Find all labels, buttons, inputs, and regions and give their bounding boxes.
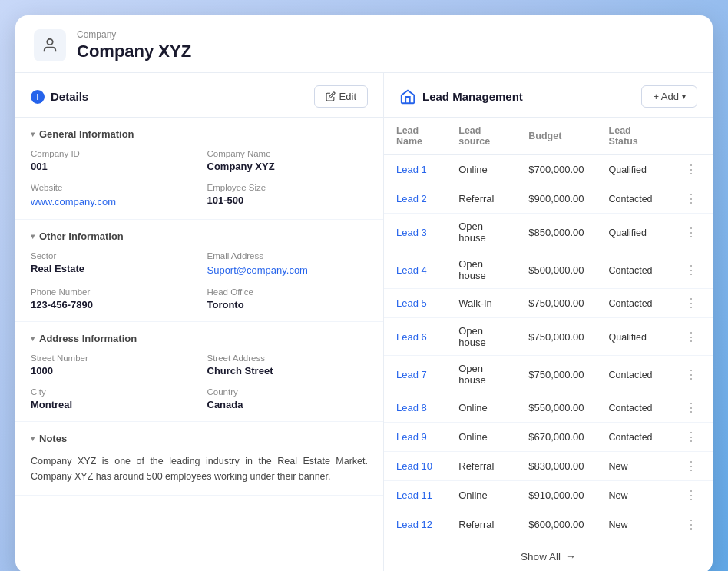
- lead-link[interactable]: Lead 8: [396, 402, 427, 413]
- notes-text: Company XYZ is one of the leading indust…: [31, 453, 368, 484]
- table-row: Lead 1 Online $700,000.00 Qualified ⋮: [384, 155, 713, 184]
- lead-budget-cell: $670,000.00: [516, 423, 596, 452]
- more-options-icon[interactable]: ⋮: [682, 516, 700, 533]
- more-options-icon[interactable]: ⋮: [682, 329, 700, 345]
- main-card: Company Company XYZ i Details Edit: [15, 15, 713, 571]
- notes-toggle[interactable]: ▾ Notes: [31, 433, 368, 444]
- lead-status-cell: Qualified: [597, 318, 670, 356]
- lead-link[interactable]: Lead 6: [396, 331, 427, 343]
- lead-budget-cell: $850,000.00: [516, 214, 596, 251]
- lead-status-cell: New: [597, 452, 670, 481]
- table-row: Lead 6 Open house $750,000.00 Qualified …: [384, 318, 713, 356]
- table-header-row: Lead Name Lead source Budget Lead Status: [384, 118, 713, 155]
- lead-budget-cell: $750,000.00: [516, 356, 596, 393]
- status-badge: New: [609, 461, 628, 472]
- general-info-section: ▾ General Information Company ID 001 Com…: [15, 118, 383, 220]
- address-fields: Street Number 1000 Street Address Church…: [31, 354, 368, 410]
- col-lead-name: Lead Name: [384, 118, 446, 155]
- field-employee-size: Employee Size 101-500: [207, 183, 369, 208]
- lead-source-cell: Referral: [446, 510, 516, 539]
- lead-source-cell: Open house: [446, 214, 516, 251]
- status-badge: Contacted: [609, 298, 653, 309]
- lead-status-cell: Contacted: [597, 184, 670, 214]
- lead-budget-cell: $550,000.00: [516, 393, 596, 423]
- details-panel-header: i Details Edit: [15, 73, 383, 118]
- other-info-toggle[interactable]: ▾ Other Information: [31, 231, 368, 242]
- page-header: Company Company XYZ: [15, 15, 713, 73]
- more-options-icon[interactable]: ⋮: [682, 400, 700, 416]
- lead-actions-cell: ⋮: [670, 423, 713, 452]
- more-options-icon[interactable]: ⋮: [682, 487, 700, 503]
- lead-name-cell: Lead 3: [384, 214, 446, 251]
- general-info-toggle[interactable]: ▾ General Information: [31, 128, 368, 140]
- lead-source-cell: Online: [446, 481, 516, 510]
- lead-link[interactable]: Lead 2: [396, 193, 427, 204]
- lead-management-title: Lead Management: [399, 88, 523, 105]
- lead-actions-cell: ⋮: [670, 184, 713, 214]
- page-title: Company XYZ: [77, 41, 191, 61]
- more-options-icon[interactable]: ⋮: [682, 295, 700, 311]
- company-avatar: [34, 29, 66, 61]
- more-options-icon[interactable]: ⋮: [682, 161, 700, 178]
- field-street-address: Street Address Church Street: [207, 354, 369, 377]
- lead-actions-cell: ⋮: [670, 452, 713, 481]
- lead-status-cell: New: [597, 510, 670, 539]
- address-info-toggle[interactable]: ▾ Address Information: [31, 333, 368, 344]
- show-all-button[interactable]: Show All →: [384, 539, 713, 571]
- lead-link[interactable]: Lead 5: [396, 297, 427, 309]
- lead-actions-cell: ⋮: [670, 356, 713, 393]
- table-row: Lead 10 Referral $830,000.00 New ⋮: [384, 452, 713, 481]
- lead-actions-cell: ⋮: [670, 510, 713, 539]
- edit-icon: [326, 91, 336, 101]
- address-info-section: ▾ Address Information Street Number 1000…: [15, 322, 383, 422]
- chevron-down-icon: ▾: [682, 92, 686, 101]
- lead-source-cell: Referral: [446, 452, 516, 481]
- col-actions: [670, 118, 713, 155]
- col-lead-source: Lead source: [446, 118, 516, 155]
- main-content: i Details Edit ▾ General Information: [15, 73, 713, 571]
- more-options-icon[interactable]: ⋮: [682, 367, 700, 383]
- lead-actions-cell: ⋮: [670, 481, 713, 510]
- field-company-id: Company ID 001: [31, 149, 192, 172]
- lead-name-cell: Lead 4: [384, 251, 446, 289]
- lead-link[interactable]: Lead 7: [396, 369, 427, 380]
- details-title: i Details: [31, 90, 88, 104]
- lead-budget-cell: $910,000.00: [516, 481, 596, 510]
- field-email: Email Address Suport@company.com: [207, 251, 369, 277]
- leads-table: Lead Name Lead source Budget Lead Status…: [384, 118, 713, 539]
- chevron-icon: ▾: [31, 232, 35, 241]
- status-badge: New: [609, 520, 628, 530]
- status-badge: Contacted: [609, 194, 653, 204]
- edit-button[interactable]: Edit: [314, 85, 368, 108]
- lead-link[interactable]: Lead 11: [396, 490, 432, 501]
- add-button[interactable]: + Add ▾: [641, 85, 697, 108]
- more-options-icon[interactable]: ⋮: [682, 429, 700, 445]
- status-badge: Qualified: [609, 332, 647, 343]
- more-options-icon[interactable]: ⋮: [682, 262, 700, 278]
- other-fields: Sector Real Estate Email Address Suport@…: [31, 251, 368, 310]
- table-row: Lead 9 Online $670,000.00 Contacted ⋮: [384, 423, 713, 452]
- lead-budget-cell: $500,000.00: [516, 251, 596, 289]
- lead-name-cell: Lead 8: [384, 393, 446, 423]
- lead-status-cell: Contacted: [597, 423, 670, 452]
- table-row: Lead 11 Online $910,000.00 New ⋮: [384, 481, 713, 510]
- more-options-icon[interactable]: ⋮: [682, 191, 700, 207]
- lead-status-cell: New: [597, 481, 670, 510]
- table-row: Lead 8 Online $550,000.00 Contacted ⋮: [384, 393, 713, 423]
- lead-link[interactable]: Lead 3: [396, 227, 427, 238]
- lead-actions-cell: ⋮: [670, 393, 713, 423]
- lead-link[interactable]: Lead 4: [396, 264, 427, 276]
- lead-link[interactable]: Lead 9: [396, 431, 427, 443]
- lead-status-cell: Contacted: [597, 393, 670, 423]
- lead-budget-cell: $900,000.00: [516, 184, 596, 214]
- lead-source-cell: Walk-In: [446, 289, 516, 318]
- lead-budget-cell: $750,000.00: [516, 289, 596, 318]
- lead-link[interactable]: Lead 1: [396, 164, 427, 175]
- leads-table-wrap: Lead Name Lead source Budget Lead Status…: [384, 118, 713, 539]
- more-options-icon[interactable]: ⋮: [682, 224, 700, 241]
- chevron-icon: ▾: [31, 434, 35, 443]
- lead-link[interactable]: Lead 12: [396, 519, 432, 530]
- more-options-icon[interactable]: ⋮: [682, 458, 700, 474]
- lead-link[interactable]: Lead 10: [396, 460, 432, 472]
- lead-status-cell: Contacted: [597, 356, 670, 393]
